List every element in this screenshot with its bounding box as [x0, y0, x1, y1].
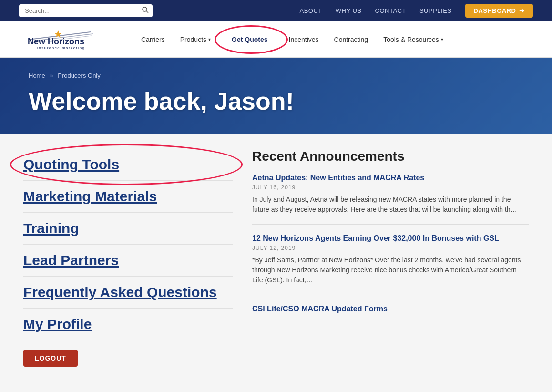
nav-tools-resources[interactable]: Tools & Resources ▾	[376, 23, 451, 56]
logo[interactable]: New Horizons insurance marketing	[19, 21, 114, 57]
svg-point-0	[143, 7, 147, 11]
tools-dropdown-icon: ▾	[441, 37, 443, 42]
dashboard-arrow-icon: ➜	[519, 7, 525, 14]
top-bar: ABOUT WHY US CONTACT SUPPLIES DASHBOARD …	[0, 0, 552, 21]
quoting-tools-item: Quoting Tools	[23, 149, 233, 181]
dashboard-button[interactable]: DASHBOARD ➜	[465, 4, 533, 18]
announcement-item: Aetna Updates: New Entities and MACRA Ra…	[252, 174, 529, 225]
nav-products[interactable]: Products ▾	[173, 23, 218, 56]
products-dropdown-icon: ▾	[208, 37, 211, 42]
search-input[interactable]	[19, 4, 153, 17]
announcement-item: CSI Life/CSO MACRA Updated Forms	[252, 305, 529, 325]
announcement-link-3[interactable]: CSI Life/CSO MACRA Updated Forms	[252, 305, 529, 313]
nav-carriers[interactable]: Carriers	[133, 23, 173, 56]
sidebar-training[interactable]: Training	[23, 213, 233, 245]
svg-text:New Horizons: New Horizons	[28, 37, 84, 46]
announcement-link-1[interactable]: Aetna Updates: New Entities and MACRA Ra…	[252, 174, 529, 182]
top-nav: ABOUT WHY US CONTACT SUPPLIES DASHBOARD …	[299, 4, 533, 18]
sidebar-faq[interactable]: Frequently Asked Questions	[23, 277, 233, 309]
breadcrumb-separator: »	[50, 72, 53, 79]
supplies-link[interactable]: SUPPLIES	[419, 7, 452, 14]
sidebar-my-profile[interactable]: My Profile	[23, 309, 233, 340]
nav-bar: New Horizons insurance marketing Carrier…	[0, 21, 552, 58]
nav-get-quotes[interactable]: Get Quotes	[222, 29, 277, 50]
announcement-date-2: JULY 12, 2019	[252, 245, 529, 251]
announcement-link-2[interactable]: 12 New Horizons Agents Earning Over $32,…	[252, 234, 529, 243]
breadcrumb-home[interactable]: Home	[29, 72, 45, 79]
contact-link[interactable]: CONTACT	[375, 7, 406, 14]
announcement-item: 12 New Horizons Agents Earning Over $32,…	[252, 234, 529, 295]
main-content: Quoting Tools Marketing Materials Traini…	[14, 134, 538, 381]
main-nav: Carriers Products ▾ Get Quotes Incentive…	[133, 23, 533, 56]
sidebar-quoting-tools[interactable]: Quoting Tools	[23, 154, 233, 175]
get-quotes-wrap: Get Quotes	[218, 23, 281, 56]
why-us-link[interactable]: WHY US	[336, 7, 362, 14]
svg-line-1	[146, 11, 148, 13]
announcement-excerpt-2: *By Jeff Sams, Partner at New Horizons* …	[252, 255, 529, 285]
nav-contracting[interactable]: Contracting	[327, 23, 376, 56]
breadcrumb: Home » Producers Only	[29, 72, 523, 79]
announcement-date-1: JULY 16, 2019	[252, 184, 529, 191]
about-link[interactable]: ABOUT	[299, 7, 322, 14]
logout-button[interactable]: LOGOUT	[23, 350, 78, 367]
search-icon	[142, 7, 149, 13]
page-title: Welcome back, Jason!	[29, 87, 523, 115]
breadcrumb-current: Producers Only	[58, 72, 101, 79]
sidebar-marketing-materials[interactable]: Marketing Materials	[23, 181, 233, 213]
announcements-title: Recent Announcements	[252, 149, 529, 164]
svg-text:insurance marketing: insurance marketing	[37, 46, 85, 50]
sidebar-lead-partners[interactable]: Lead Partners	[23, 245, 233, 277]
announcements-section: Recent Announcements Aetna Updates: New …	[252, 149, 529, 367]
search-wrap	[19, 4, 153, 17]
announcement-excerpt-1: In July and August, Aetna will be releas…	[252, 195, 529, 215]
sidebar: Quoting Tools Marketing Materials Traini…	[23, 149, 252, 367]
logo-svg: New Horizons insurance marketing	[19, 26, 114, 52]
search-button[interactable]	[142, 7, 149, 15]
hero-section: Home » Producers Only Welcome back, Jaso…	[0, 58, 552, 134]
nav-incentives[interactable]: Incentives	[281, 23, 327, 56]
